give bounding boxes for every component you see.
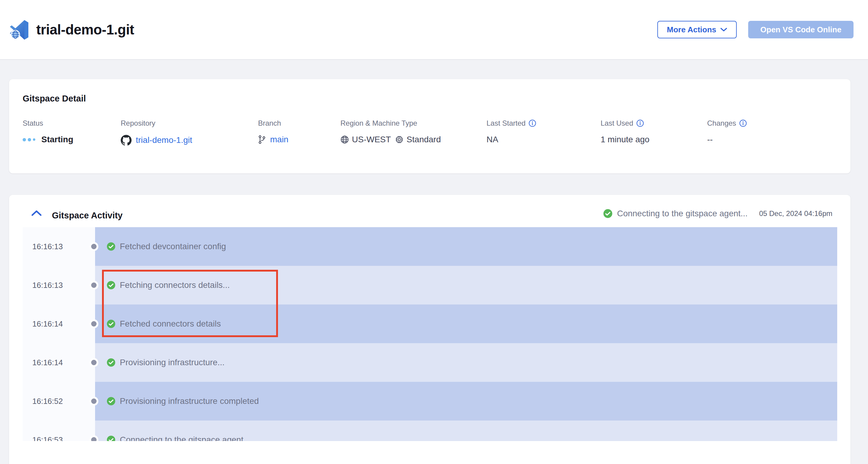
field-changes: Changes -- xyxy=(707,119,747,144)
repository-label: Repository xyxy=(121,119,192,127)
timeline-dot-icon xyxy=(89,358,98,367)
timeline-dot-icon xyxy=(89,435,98,441)
status-value: Starting xyxy=(41,135,73,144)
region-value: US-WEST xyxy=(352,135,391,144)
git-branch-icon xyxy=(258,135,266,144)
log-message: Fetched connectors details xyxy=(120,319,221,329)
changes-label: Changes xyxy=(707,119,736,127)
activity-log-area: 16:16:13 Fetched devcontainer config 16:… xyxy=(23,227,837,441)
check-circle-icon xyxy=(106,319,116,328)
log-message: Provisioning infrastructure completed xyxy=(120,396,259,406)
gitspace-activity-card: Gitspace Activity Connecting to the gits… xyxy=(9,195,850,464)
machine-type-value: Standard xyxy=(406,135,441,144)
log-time: 16:16:14 xyxy=(23,304,95,343)
log-time: 16:16:14 xyxy=(23,343,95,382)
log-rows: 16:16:13 Fetched devcontainer config 16:… xyxy=(23,227,837,441)
log-row: 16:16:52 Provisioning infrastructure com… xyxy=(23,382,837,420)
field-status: Status Starting xyxy=(23,119,73,144)
status-label: Status xyxy=(23,119,73,127)
activity-status-message: Connecting to the gitspace agent... xyxy=(617,209,748,219)
timeline-dot-icon xyxy=(89,281,98,290)
field-last-used: Last Used 1 minute ago xyxy=(600,119,650,144)
gitspace-detail-card: Gitspace Detail Status Starting Reposito… xyxy=(9,79,850,173)
page-title: trial-demo-1.git xyxy=(36,22,134,38)
log-row: 16:16:14 Provisioning infrastructure... xyxy=(23,343,837,382)
repository-link[interactable]: trial-demo-1.git xyxy=(136,135,192,145)
vscode-globe-logo-icon xyxy=(9,19,30,40)
log-time: 16:16:13 xyxy=(23,266,95,304)
field-region-machine: Region & Machine Type US-WEST Stan xyxy=(340,119,441,144)
log-time: 16:16:52 xyxy=(23,382,95,420)
changes-value: -- xyxy=(707,135,713,144)
check-circle-icon xyxy=(106,358,116,367)
loading-dots-icon xyxy=(23,138,35,141)
more-actions-label: More Actions xyxy=(667,25,716,34)
timeline-dot-icon xyxy=(89,319,98,328)
more-actions-button[interactable]: More Actions xyxy=(657,21,737,38)
branch-label: Branch xyxy=(258,119,288,127)
field-branch: Branch main xyxy=(258,119,288,144)
log-message: Provisioning infrastructure... xyxy=(120,358,224,367)
chevron-down-icon xyxy=(720,28,727,32)
log-row: 16:16:14 Fetched connectors details xyxy=(23,304,837,343)
globe-icon xyxy=(340,135,349,144)
region-machine-label: Region & Machine Type xyxy=(340,119,441,127)
field-last-started: Last Started NA xyxy=(487,119,536,144)
check-circle-icon xyxy=(106,397,116,406)
log-message: Fetching connectors details... xyxy=(120,280,230,290)
info-icon[interactable] xyxy=(739,119,747,127)
field-repository: Repository trial-demo-1.git xyxy=(121,119,192,146)
github-icon xyxy=(121,135,132,146)
log-message: Connecting to the gitspace agent xyxy=(120,435,243,441)
log-message: Fetched devcontainer config xyxy=(120,242,226,251)
check-circle-icon xyxy=(106,281,116,290)
check-circle-icon xyxy=(106,435,116,441)
log-time: 16:16:53 xyxy=(23,420,95,441)
log-row: 16:16:13 Fetching connectors details... xyxy=(23,266,837,304)
last-started-value: NA xyxy=(487,135,498,144)
last-started-label: Last Started xyxy=(487,119,525,127)
check-circle-icon xyxy=(106,242,116,251)
timeline-dot-icon xyxy=(89,242,98,251)
timeline-dot-icon xyxy=(89,397,98,406)
gitspace-activity-title: Gitspace Activity xyxy=(52,210,123,221)
chevron-up-icon[interactable] xyxy=(31,209,42,218)
info-icon[interactable] xyxy=(636,119,644,127)
top-header: trial-demo-1.git More Actions Open VS Co… xyxy=(0,0,868,60)
chip-icon xyxy=(395,135,404,144)
info-icon[interactable] xyxy=(528,119,536,127)
log-time: 16:16:13 xyxy=(23,227,95,266)
last-used-value: 1 minute ago xyxy=(600,135,650,144)
gitspace-detail-title: Gitspace Detail xyxy=(23,94,86,104)
open-vscode-online-label: Open VS Code Online xyxy=(760,25,841,34)
open-vscode-online-button[interactable]: Open VS Code Online xyxy=(748,21,854,38)
check-circle-icon xyxy=(603,209,613,219)
activity-timestamp: 05 Dec, 2024 04:16pm xyxy=(759,209,832,218)
branch-link[interactable]: main xyxy=(270,135,288,144)
log-row: 16:16:13 Fetched devcontainer config xyxy=(23,227,837,266)
last-used-label: Last Used xyxy=(600,119,633,127)
log-row: 16:16:53 Connecting to the gitspace agen… xyxy=(23,420,837,441)
